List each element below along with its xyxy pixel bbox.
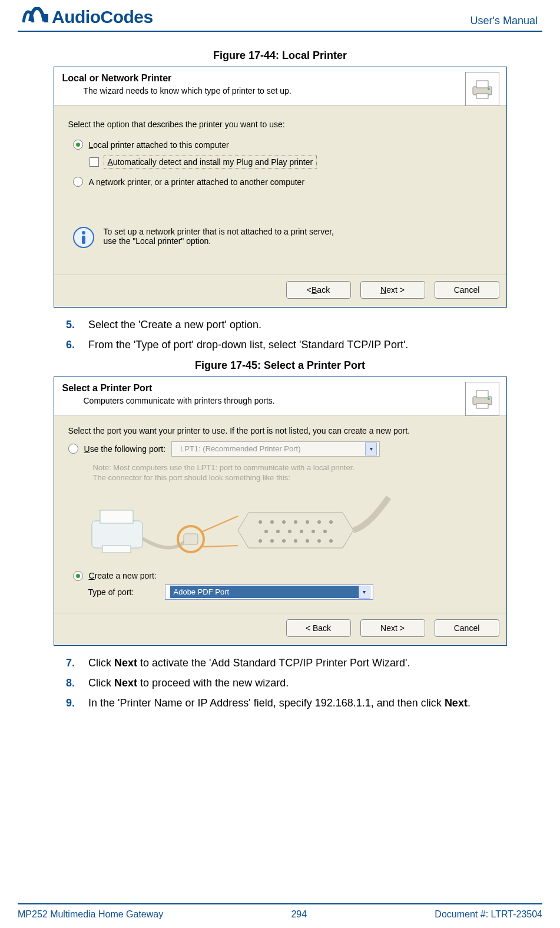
page-header: AudioCodes User's Manual bbox=[18, 7, 542, 27]
next-button[interactable]: Next > bbox=[360, 619, 425, 637]
svg-point-21 bbox=[294, 520, 297, 524]
step-6-text: From the 'Type of port' drop-down list, … bbox=[88, 337, 542, 354]
logo-icon bbox=[22, 7, 48, 27]
panel1-intro: Select the option that describes the pri… bbox=[68, 120, 492, 129]
svg-point-20 bbox=[282, 520, 286, 524]
printer-icon bbox=[465, 72, 499, 106]
panel1-title: Local or Network Printer bbox=[62, 73, 498, 84]
panel2-title: Select a Printer Port bbox=[62, 383, 498, 394]
cancel-button[interactable]: Cancel bbox=[435, 619, 499, 637]
svg-point-31 bbox=[259, 539, 262, 543]
panel2-body: Select the port you want your printer to… bbox=[54, 415, 506, 613]
figure2-caption: Figure 17-45: Select a Printer Port bbox=[18, 359, 542, 372]
footer-right: Document #: LTRT-23504 bbox=[435, 909, 542, 920]
existing-port-select: LPT1: (Recommended Printer Port) ▾ bbox=[171, 441, 380, 457]
svg-rect-16 bbox=[184, 534, 198, 544]
panel1-body: Select the option that describes the pri… bbox=[54, 105, 506, 275]
svg-point-30 bbox=[323, 530, 327, 533]
steps-7-9: 7. Click Next to activate the 'Add Stand… bbox=[66, 655, 542, 712]
type-of-port-value: Adobe PDF Port bbox=[170, 586, 359, 598]
steps-5-6: 5. Select the 'Create a new port' option… bbox=[66, 317, 542, 354]
chevron-down-icon[interactable]: ▾ bbox=[359, 586, 370, 599]
step-8-text: Click Next to proceed with the new wizar… bbox=[88, 675, 542, 692]
local-printer-wizard-panel: Local or Network Printer The wizard need… bbox=[54, 67, 507, 308]
panel2-button-row: < Back Next > Cancel bbox=[54, 613, 506, 645]
step-9-text: In the 'Printer Name or IP Address' fiel… bbox=[88, 695, 542, 712]
step-number: 6. bbox=[66, 337, 80, 354]
svg-point-29 bbox=[312, 530, 315, 533]
step-5: 5. Select the 'Create a new port' option… bbox=[66, 317, 542, 333]
footer-divider bbox=[18, 903, 542, 904]
page-footer: MP252 Multimedia Home Gateway 294 Docume… bbox=[18, 903, 542, 920]
type-of-port-select[interactable]: Adobe PDF Port ▾ bbox=[165, 584, 373, 600]
create-port-label: Create a new port: bbox=[89, 571, 157, 580]
checkbox-icon bbox=[90, 157, 99, 167]
back-button[interactable]: < Back bbox=[286, 619, 351, 637]
panel1-header: Local or Network Printer The wizard need… bbox=[54, 67, 506, 105]
use-existing-label: Use the following port: bbox=[84, 444, 166, 454]
option-create-new-port[interactable]: Create a new port: bbox=[73, 571, 492, 581]
option-local-label: Local printer attached to this computer bbox=[89, 140, 229, 150]
type-of-port-label: Type of port: bbox=[88, 587, 159, 597]
svg-point-33 bbox=[282, 539, 286, 543]
svg-point-26 bbox=[276, 530, 280, 533]
svg-rect-3 bbox=[476, 81, 488, 88]
svg-rect-15 bbox=[102, 546, 131, 553]
info-text: To set up a network printer that is not … bbox=[104, 227, 334, 246]
type-of-port-row: Type of port: Adobe PDF Port ▾ bbox=[88, 584, 492, 600]
info-icon bbox=[72, 226, 95, 251]
svg-point-34 bbox=[294, 539, 297, 543]
option-network-label: A network printer, or a printer attached… bbox=[89, 177, 305, 187]
panel2-intro: Select the port you want your printer to… bbox=[68, 426, 492, 435]
next-button[interactable]: Next > bbox=[360, 281, 425, 299]
option-auto-label: Automatically detect and install my Plug… bbox=[104, 156, 317, 169]
svg-point-5 bbox=[488, 88, 490, 90]
step-number: 5. bbox=[66, 317, 80, 333]
svg-line-38 bbox=[203, 516, 238, 531]
svg-point-24 bbox=[329, 520, 333, 524]
cancel-button[interactable]: Cancel bbox=[435, 281, 499, 299]
create-port-section: Create a new port: Type of port: Adobe P… bbox=[73, 571, 492, 600]
step-number: 9. bbox=[66, 695, 80, 712]
chevron-down-icon: ▾ bbox=[365, 442, 377, 455]
radio-on-icon bbox=[73, 571, 83, 581]
svg-line-39 bbox=[203, 546, 238, 547]
svg-point-35 bbox=[306, 539, 309, 543]
back-button[interactable]: < Back bbox=[286, 281, 351, 299]
panel1-button-row: < Back Next > Cancel bbox=[54, 275, 506, 307]
option-network-printer[interactable]: A network printer, or a printer attached… bbox=[68, 174, 492, 189]
port-note: Note: Most computers use the LPT1: port … bbox=[93, 463, 492, 483]
svg-point-37 bbox=[329, 539, 333, 543]
svg-point-12 bbox=[488, 398, 490, 400]
svg-point-25 bbox=[264, 530, 268, 533]
radio-off-icon bbox=[73, 177, 83, 187]
option-local-printer[interactable]: Local printer attached to this computer bbox=[68, 137, 492, 152]
option-use-existing-port[interactable]: Use the following port: LPT1: (Recommend… bbox=[68, 441, 492, 457]
footer-left: MP252 Multimedia Home Gateway bbox=[18, 909, 163, 920]
header-divider bbox=[18, 31, 542, 32]
svg-rect-10 bbox=[476, 391, 488, 398]
option-auto-detect[interactable]: Automatically detect and install my Plug… bbox=[90, 156, 492, 169]
step-5-text: Select the 'Create a new port' option. bbox=[88, 317, 542, 333]
svg-rect-4 bbox=[476, 94, 488, 98]
radio-off-icon bbox=[68, 444, 78, 454]
svg-point-22 bbox=[306, 520, 309, 524]
figure1-caption: Figure 17-44: Local Printer bbox=[18, 49, 542, 62]
svg-point-28 bbox=[300, 530, 303, 533]
step-9: 9. In the 'Printer Name or IP Address' f… bbox=[66, 695, 542, 712]
step-7-text: Click Next to activate the 'Add Standard… bbox=[88, 655, 542, 672]
panel2-header: Select a Printer Port Computers communic… bbox=[54, 377, 506, 415]
svg-rect-8 bbox=[82, 236, 85, 244]
svg-point-32 bbox=[270, 539, 274, 543]
logo: AudioCodes bbox=[22, 7, 153, 27]
step-7: 7. Click Next to activate the 'Add Stand… bbox=[66, 655, 542, 672]
footer-page-number: 294 bbox=[291, 909, 307, 920]
svg-point-23 bbox=[317, 520, 321, 524]
step-number: 7. bbox=[66, 655, 80, 672]
select-port-wizard-panel: Select a Printer Port Computers communic… bbox=[54, 377, 507, 646]
svg-point-27 bbox=[288, 530, 291, 533]
step-6: 6. From the 'Type of port' drop-down lis… bbox=[66, 337, 542, 354]
svg-rect-1 bbox=[44, 14, 48, 22]
connector-diagram bbox=[90, 489, 492, 567]
panel1-subtitle: The wizard needs to know which type of p… bbox=[84, 86, 498, 95]
